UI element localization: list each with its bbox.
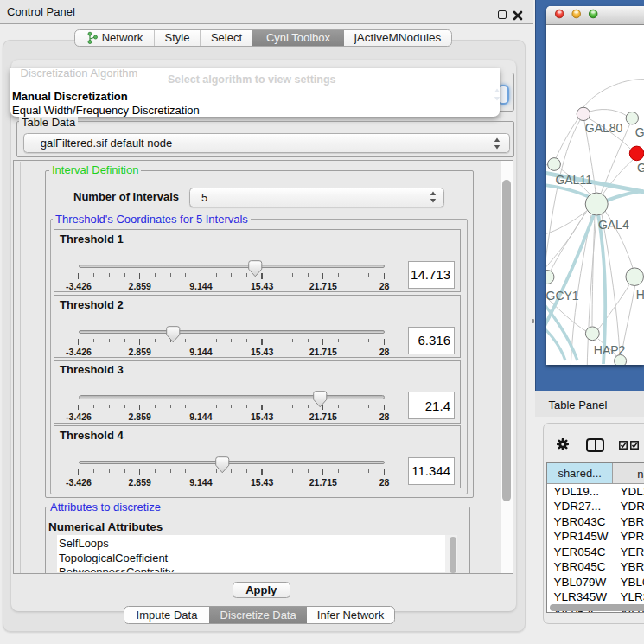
- svg-text:GAL4: GAL4: [598, 217, 629, 231]
- svg-text:G: G: [637, 161, 644, 175]
- svg-text:GAL80: GAL80: [585, 120, 623, 134]
- svg-text:HAP2: HAP2: [594, 342, 626, 356]
- svg-text:GA: GA: [635, 124, 644, 138]
- svg-text:H: H: [636, 287, 644, 301]
- svg-text:GAL11: GAL11: [555, 172, 592, 186]
- svg-text:GCY1: GCY1: [546, 288, 579, 302]
